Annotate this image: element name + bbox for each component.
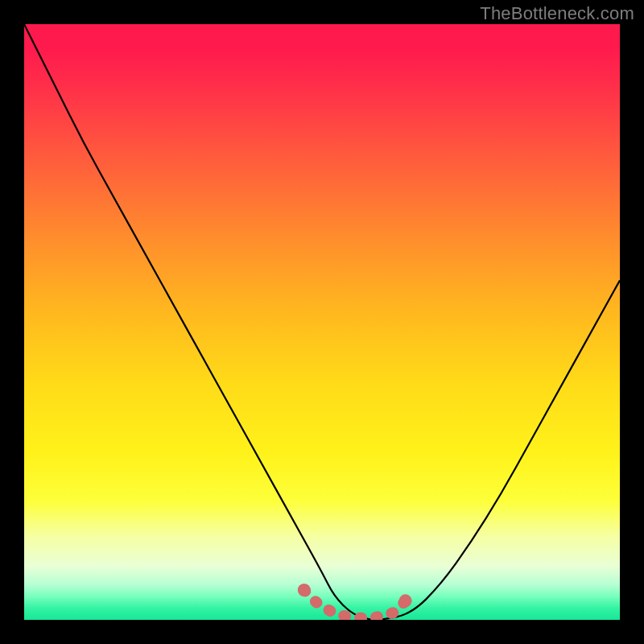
trough-end-right <box>399 594 412 607</box>
bottleneck-curve <box>24 24 620 620</box>
plot-area <box>24 24 620 620</box>
trough-end-left <box>298 584 311 597</box>
chart-stage: TheBottleneck.com <box>0 0 644 644</box>
trough-marker <box>298 584 412 618</box>
watermark-text: TheBottleneck.com <box>480 3 634 24</box>
chart-svg <box>24 24 620 620</box>
